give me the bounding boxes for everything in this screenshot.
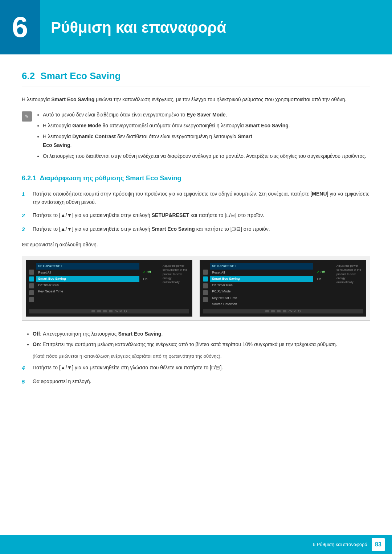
note-2-bold2: Smart Eco Saving (245, 123, 289, 128)
step-5-text: Θα εφαρμοστεί η επιλογή. (33, 377, 370, 386)
notes-list: Αυτό το μενού δεν είναι διαθέσιμο όταν ε… (36, 111, 366, 163)
screen2-item-sd: Source Detection (210, 301, 313, 308)
section-title-text: Smart Eco Saving (40, 70, 121, 81)
intro-paragraph: Η λειτουργία Smart Eco Saving μειώνει τη… (22, 95, 370, 103)
note-2-bold1: Game Mode (72, 123, 101, 128)
intro-bold-term: Smart Eco Saving (51, 97, 94, 102)
screen1-opt-on: On (142, 276, 160, 282)
note-item-3: Η λειτουργία Dynamic Contrast δεν διατίθ… (43, 132, 366, 150)
step-1: 1 Πατήστε οποιοδήποτε κουμπί στην πρόσοψ… (22, 190, 370, 206)
screen1-item-reset: Reset All (36, 270, 139, 276)
screen1-opt-off: ✓ Off (142, 270, 160, 275)
result-bullets: Off: Απενεργοποίηση της λειτουργίας Smar… (22, 330, 370, 349)
screen2-header: SETUP&RESET (210, 263, 313, 270)
screen2-opt-off: ✓ Off (315, 270, 334, 275)
subsection-title: 6.2.1 Διαμόρφωση της ρύθμισης Smart Eco … (22, 173, 370, 183)
note-item-2: Η λειτουργία Game Mode θα απενεργοποιηθε… (43, 122, 366, 130)
screen-1: SETUP&RESET Reset All Smart Eco Saving O… (26, 260, 192, 317)
screen1-header: SETUP&RESET (36, 263, 139, 270)
subsection-title-text: Διαμόρφωση της ρύθμισης Smart Eco Saving (40, 175, 181, 182)
screen2-side-text: Adjust the power consumption of the prod… (336, 263, 363, 308)
screen2-item-reset: Reset All (210, 270, 313, 276)
screen2-item-pcav: PC/AV Mode (210, 288, 313, 295)
bullet-off-term: Smart Eco Saving (118, 331, 161, 337)
step-1-text: Πατήστε οποιοδήποτε κουμπί στην πρόσοψη … (33, 190, 370, 206)
subsection-number: 6.2.1 (22, 175, 36, 182)
bullet-on: On: Επιτρέπει την αυτόματη μείωση κατανά… (33, 340, 370, 349)
step-3-text: Πατήστε το [▲/▼] για να μετακινηθείτε στ… (33, 225, 370, 234)
footer-chapter-ref: 6 Ρύθμιση και επαναφορά (313, 541, 367, 548)
notes-box: Αυτό το μενού δεν είναι διαθέσιμο όταν ε… (22, 111, 370, 163)
screen2-opt-on: On (315, 276, 334, 282)
step-2: 2 Πατήστε το [▲/▼] για να μετακινηθείτε … (22, 211, 370, 220)
steps-list: 1 Πατήστε οποιοδήποτε κουμπί στην πρόσοψ… (22, 190, 370, 234)
chapter-number: 6 (0, 0, 40, 54)
step-4-text: Πατήστε το [▲/▼] για να μετακινηθείτε στ… (33, 364, 370, 372)
note-parenthetical: (Κατά πόσο μειώνεται η κατανάλωση ενέργε… (33, 353, 370, 360)
steps-continued: 4 Πατήστε το [▲/▼] για να μετακινηθείτε … (22, 364, 370, 386)
screen2-item-krt: Key Repeat Time (210, 295, 313, 301)
section-title: 6.2 Smart Eco Saving (22, 69, 370, 86)
chapter-title: Ρύθμιση και επαναφορά (51, 16, 226, 39)
note-item-1: Αυτό το μενού δεν είναι διαθέσιμο όταν ε… (43, 111, 366, 119)
note-1-bold: Eye Saver Mode (187, 112, 225, 118)
screen-2: SETUP&RESET Reset All Smart Eco Saving O… (200, 260, 366, 317)
chapter-title-box: Ρύθμιση και επαναφορά (40, 0, 392, 54)
bullet-off: Off: Απενεργοποίηση της λειτουργίας Smar… (33, 330, 370, 338)
footer-page-number: 83 (372, 538, 385, 551)
screen2-item-ses: Smart Eco Saving (210, 276, 313, 282)
main-content: 6.2 Smart Eco Saving Η λειτουργία Smart … (0, 69, 392, 415)
screen1-item-krt: Key Repeat Time (36, 288, 139, 295)
screen1-item-ses: Smart Eco Saving (36, 276, 139, 282)
step-4: 4 Πατήστε το [▲/▼] για να μετακινηθείτε … (22, 364, 370, 372)
bullet-on-label: On (33, 341, 40, 347)
note-3-bold1: Dynamic Contrast (72, 134, 116, 139)
step-2-text: Πατήστε το [▲/▼] για να μετακινηθείτε στ… (33, 211, 370, 220)
step-5: 5 Θα εφαρμοστεί η επιλογή. (22, 377, 370, 386)
bullet-off-label: Off (33, 331, 40, 337)
chapter-number-text: 6 (12, 5, 28, 49)
chapter-header: 6 Ρύθμιση και επαναφορά (0, 0, 392, 54)
note-icon (22, 111, 32, 122)
screen-caption: Θα εμφανιστεί η ακόλουθη οθόνη. (22, 241, 370, 249)
page-footer: 6 Ρύθμιση και επαναφορά 83 (0, 535, 392, 554)
step-3: 3 Πατήστε το [▲/▼] για να μετακινηθείτε … (22, 225, 370, 234)
section-number: 6.2 (22, 70, 35, 81)
screen1-item-otp: Off Timer Plus (36, 282, 139, 289)
note-item-4: Οι λειτουργίες που διατίθενται στην οθόν… (43, 152, 366, 161)
screens-container: SETUP&RESET Reset All Smart Eco Saving O… (22, 256, 370, 321)
screen1-side-text: Adjust the power consumption of the prod… (162, 263, 189, 308)
screen2-item-otp: Off Timer Plus (210, 282, 313, 289)
